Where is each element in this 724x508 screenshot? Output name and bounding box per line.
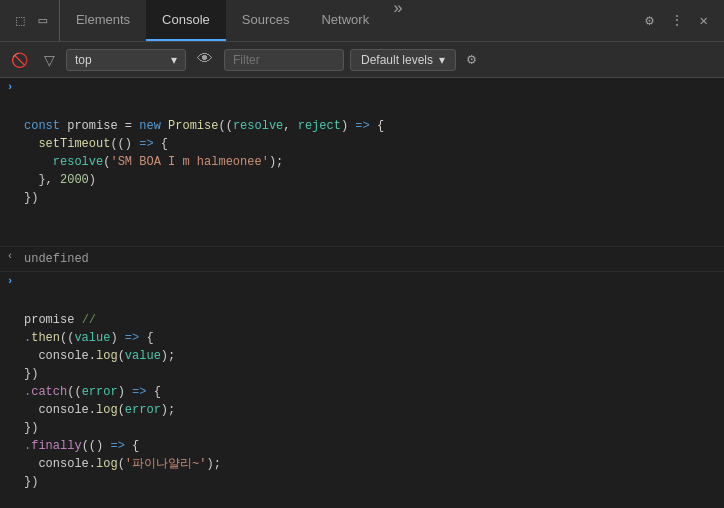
inspect-icon[interactable]: ⬚ (12, 10, 28, 31)
console-settings-icon[interactable]: ⚙ (462, 47, 481, 72)
devtools-icons: ⬚ ▭ (4, 0, 60, 41)
console-entry-1: › const promise = new Promise((resolve, … (0, 78, 724, 247)
entry-2-icon: ‹ (0, 247, 20, 265)
tab-console[interactable]: Console (146, 0, 226, 41)
tab-network[interactable]: Network (305, 0, 385, 41)
entry-1-expand-icon[interactable]: › (0, 78, 20, 96)
entry-2-content: undefined (20, 247, 724, 271)
console-area: › const promise = new Promise((resolve, … (0, 78, 724, 508)
tab-sources[interactable]: Sources (226, 0, 306, 41)
console-toolbar: 🚫 ▽ top ▾ 👁 Default levels ▾ ⚙ (0, 42, 724, 78)
chevron-down-icon: ▾ (439, 53, 445, 67)
console-entry-3: › promise // .then((value) => { console.… (0, 272, 724, 508)
filter-toggle-button[interactable]: ▽ (39, 49, 60, 71)
console-entry-2: ‹ undefined (0, 247, 724, 272)
levels-selector[interactable]: Default levels ▾ (350, 49, 456, 71)
filter-input[interactable] (224, 49, 344, 71)
tab-elements[interactable]: Elements (60, 0, 146, 41)
chevron-down-icon: ▾ (171, 53, 177, 67)
more-icon[interactable]: ⋮ (666, 10, 688, 31)
close-icon[interactable]: ✕ (696, 10, 712, 31)
entry-3-content: promise // .then((value) => { console.lo… (20, 272, 724, 508)
tab-more[interactable]: » (385, 0, 411, 41)
settings-icon[interactable]: ⚙ (641, 10, 657, 31)
tab-bar: ⬚ ▭ Elements Console Sources Network » ⚙… (0, 0, 724, 42)
eye-icon[interactable]: 👁 (192, 47, 218, 72)
context-selector[interactable]: top ▾ (66, 49, 186, 71)
levels-label: Default levels (361, 53, 433, 67)
device-icon[interactable]: ▭ (34, 10, 50, 31)
context-value: top (75, 53, 92, 67)
entry-3-expand-icon[interactable]: › (0, 272, 20, 290)
entry-1-content: const promise = new Promise((resolve, re… (20, 78, 724, 246)
tab-list: Elements Console Sources Network » (60, 0, 633, 41)
clear-console-button[interactable]: 🚫 (6, 49, 33, 71)
tab-right-icons: ⚙ ⋮ ✕ (633, 10, 720, 31)
